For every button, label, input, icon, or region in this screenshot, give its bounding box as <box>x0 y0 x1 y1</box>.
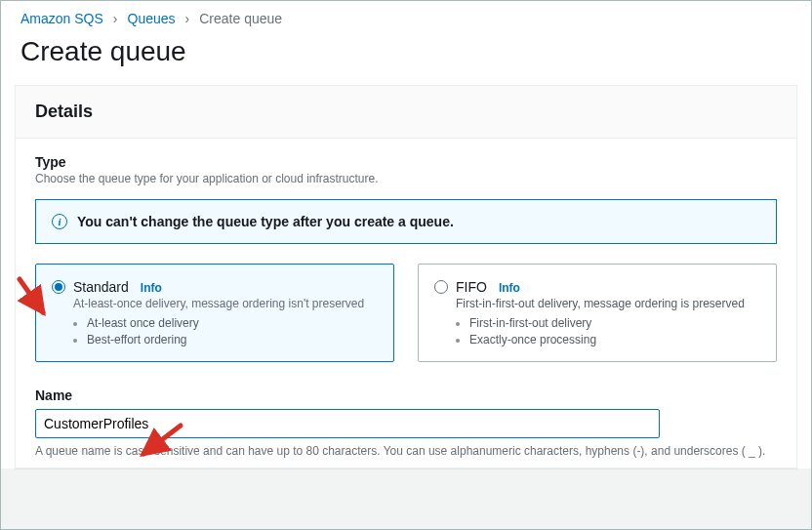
details-header: Details <box>35 102 777 122</box>
queue-type-standard-card[interactable]: Standard Info At-least-once delivery, me… <box>35 264 394 362</box>
queue-name-input[interactable] <box>35 409 660 438</box>
standard-title: Standard <box>73 279 129 295</box>
type-description: Choose the queue type for your applicati… <box>35 172 777 185</box>
standard-bullet-2: Best-effort ordering <box>87 333 378 347</box>
standard-bullet-1: At-least once delivery <box>87 316 378 330</box>
breadcrumb: Amazon SQS › Queues › Create queue <box>1 1 811 30</box>
info-icon <box>52 214 67 229</box>
fifo-title: FIFO <box>456 279 487 295</box>
standard-subtitle: At-least-once delivery, message ordering… <box>73 297 378 310</box>
queue-type-fifo-card[interactable]: FIFO Info First-in-first-out delivery, m… <box>418 264 777 362</box>
radio-standard[interactable] <box>52 280 65 294</box>
breadcrumb-current: Create queue <box>199 11 282 26</box>
fifo-bullet-1: First-in-first-out delivery <box>469 316 760 330</box>
info-alert: You can't change the queue type after yo… <box>35 199 777 244</box>
name-hint: A queue name is case-sensitive and can h… <box>35 444 777 458</box>
name-label: Name <box>35 387 777 403</box>
details-panel: Details Type Choose the queue type for y… <box>15 85 797 469</box>
chevron-right-icon: › <box>185 11 190 26</box>
info-link-standard[interactable]: Info <box>141 281 162 295</box>
page-title: Create queue <box>1 30 811 85</box>
chevron-right-icon: › <box>113 11 118 26</box>
fifo-subtitle: First-in-first-out delivery, message ord… <box>456 297 760 310</box>
breadcrumb-queues[interactable]: Queues <box>128 11 176 26</box>
breadcrumb-root[interactable]: Amazon SQS <box>20 11 103 26</box>
info-message: You can't change the queue type after yo… <box>77 214 454 229</box>
type-label: Type <box>35 154 777 170</box>
radio-fifo[interactable] <box>434 280 448 294</box>
fifo-bullet-2: Exactly-once processing <box>469 333 760 347</box>
info-link-fifo[interactable]: Info <box>499 281 520 295</box>
